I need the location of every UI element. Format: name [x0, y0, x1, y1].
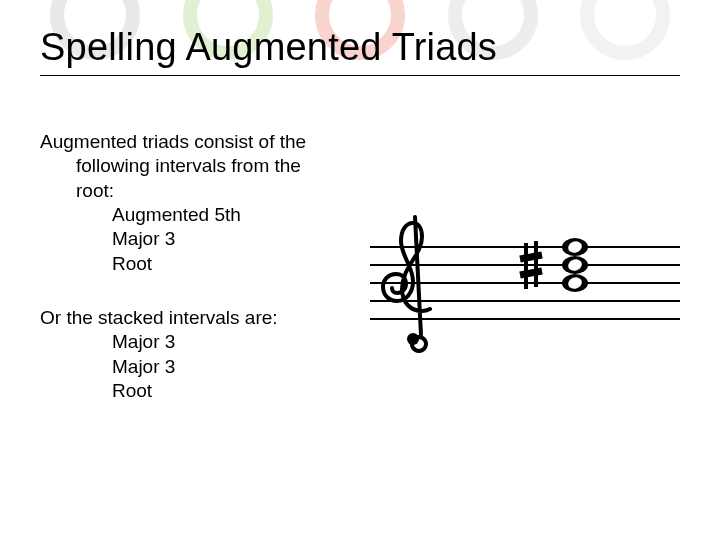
title-area: Spelling Augmented Triads: [40, 26, 680, 76]
stacked-lead: Or the stacked intervals are:: [40, 306, 340, 330]
svg-line-8: [520, 255, 542, 259]
list-item: Major 3: [40, 355, 340, 379]
chord-notes: [562, 238, 588, 292]
body-content: Augmented triads consist of the followin…: [40, 130, 340, 433]
intro-lead: Augmented triads consist of the followin…: [40, 130, 340, 203]
list-item: Augmented 5th: [40, 203, 340, 227]
list-item: Major 3: [40, 330, 340, 354]
page-title: Spelling Augmented Triads: [40, 26, 680, 69]
svg-point-5: [407, 333, 419, 345]
list-item: Root: [40, 379, 340, 403]
intro-paragraph: Augmented triads consist of the followin…: [40, 130, 340, 276]
staff-svg: [370, 215, 680, 355]
music-notation: [370, 215, 680, 355]
list-item: Root: [40, 252, 340, 276]
stacked-paragraph: Or the stacked intervals are: Major 3 Ma…: [40, 306, 340, 403]
list-item: Major 3: [40, 227, 340, 251]
title-underline: [40, 75, 680, 76]
svg-line-9: [520, 271, 542, 275]
